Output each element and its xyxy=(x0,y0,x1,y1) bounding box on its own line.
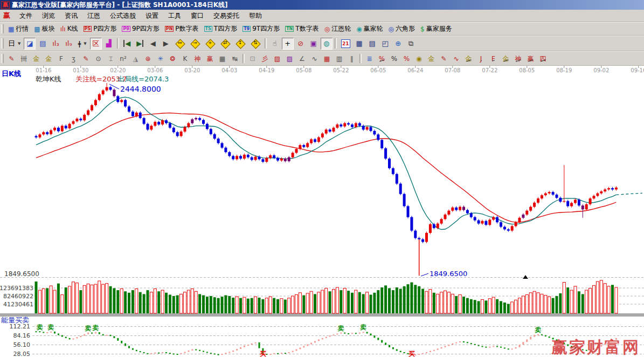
notes-button[interactable]: ▤ xyxy=(366,38,378,50)
web-chart-button[interactable]: ⊕ xyxy=(392,38,404,50)
expand-horizontal-button[interactable]: ↔ xyxy=(173,38,187,50)
expand-vertical-button[interactable]: ↕ xyxy=(233,38,247,50)
j-angle-tool[interactable]: J xyxy=(475,53,487,64)
intraday-color-button[interactable]: ▟ xyxy=(103,38,115,50)
menu-gann[interactable]: 江恩 xyxy=(82,11,105,20)
gold-level-tool[interactable]: 金 xyxy=(426,53,437,64)
t-table-button[interactable]: TNT数字表 xyxy=(283,23,321,35)
k-quote-tool[interactable]: K xyxy=(179,53,191,64)
pattern-tool-button[interactable]: ▣ xyxy=(308,38,320,50)
pencil2-tool[interactable]: ✎ xyxy=(80,53,92,64)
menu-trade[interactable]: 交易委托 xyxy=(209,11,244,20)
t-square-button[interactable]: TST四方形 xyxy=(202,23,240,35)
number-grid-tool[interactable]: ▦ xyxy=(217,53,228,64)
candle-style-button[interactable]: ǂ▼ xyxy=(75,38,88,50)
menu-help[interactable]: 帮助 xyxy=(244,11,267,20)
expand-all-button[interactable]: + xyxy=(203,38,217,50)
block-grid2-tool[interactable]: ▥ xyxy=(334,53,345,64)
go-last-button[interactable]: ▶ xyxy=(134,38,146,50)
compress-horizontal-button[interactable]: ⇄ xyxy=(218,38,232,50)
thumbnail-chart-button[interactable]: ◪ xyxy=(24,38,36,50)
chart-canvas[interactable]: 01-1601-3002-2003-0603-2004-0304-1905-08… xyxy=(0,66,644,357)
buy-mark: 买 xyxy=(260,350,266,357)
next-bar-button[interactable]: ▶ xyxy=(160,38,172,50)
red-block-grid-tool[interactable]: ▦ xyxy=(321,53,333,64)
zoom-off-icon: ⊘ xyxy=(297,40,303,47)
angle-tool[interactable]: ∠ xyxy=(296,53,308,64)
p-table-button[interactable]: PNP数字表 xyxy=(163,23,201,35)
kline-button[interactable]: ılıK线 xyxy=(58,23,80,35)
menu-formula-picker[interactable]: 公式选股 xyxy=(105,11,141,20)
box-tool[interactable]: ⊡ xyxy=(247,53,258,64)
period-day-button[interactable]: 日▼ xyxy=(6,38,23,50)
step-lines-tool[interactable]: ≣ xyxy=(364,53,375,64)
spiral-tool[interactable]: ʒ xyxy=(68,53,79,64)
quotes-button[interactable]: ▦行情 xyxy=(6,23,31,35)
menu-tools[interactable]: 工具 xyxy=(163,11,186,20)
red-grid-tool[interactable]: ▨ xyxy=(272,53,283,64)
gold-line-tool[interactable]: 金 xyxy=(463,53,474,64)
wave-a-tool[interactable]: ∿ xyxy=(451,53,462,64)
shen-tool[interactable]: 神 xyxy=(192,53,203,64)
percent-level-tool[interactable]: % xyxy=(401,53,412,64)
prev-bar-button[interactable]: ◀ xyxy=(147,38,159,50)
sectors-button[interactable]: ▩板块 xyxy=(32,23,57,35)
menu-window[interactable]: 窗口 xyxy=(186,11,209,20)
gold-ratio-tool[interactable]: 金 xyxy=(31,53,42,64)
hexagon-button[interactable]: ◎六角形 xyxy=(386,23,417,35)
calendar-button[interactable]: 21 xyxy=(339,38,352,50)
grid-lines-tool[interactable]: 卌 xyxy=(18,53,30,64)
wave-tool[interactable]: ∿ xyxy=(309,53,320,64)
n2-cycle-tool[interactable]: n² xyxy=(117,53,129,64)
menu-settings[interactable]: 设置 xyxy=(141,11,163,20)
circle-cycle-tool[interactable]: ⊙ xyxy=(93,53,104,64)
qiankun-kline-button[interactable]: 区 xyxy=(90,38,102,50)
fan-lines-tool[interactable]: 彡 xyxy=(259,53,271,64)
menu-file[interactable]: 文件 xyxy=(15,11,37,20)
wave3-button[interactable]: ıl₃ xyxy=(50,38,61,50)
9t-square-button[interactable]: T99T四方形 xyxy=(240,23,282,35)
parallel-lines-tool[interactable]: ∥ xyxy=(346,53,357,64)
9p-square-button[interactable]: P99P四方形 xyxy=(120,23,161,35)
gold-ratio2-tool[interactable]: 金 xyxy=(43,53,54,64)
wave9-button[interactable]: ıl₉ xyxy=(63,38,74,50)
mirror-angle-tool[interactable]: ◮ xyxy=(130,53,141,64)
crosshair-button[interactable]: + xyxy=(282,38,294,50)
purple-grid-tool[interactable]: ▨ xyxy=(284,53,295,64)
hand-tool-button[interactable]: ☝ xyxy=(269,38,281,50)
gold-circle-tool[interactable]: ◉ xyxy=(413,53,425,64)
ying-tool[interactable]: 赢 xyxy=(204,53,216,64)
ying-angle-tool[interactable]: 赢 xyxy=(525,53,536,64)
menu-news[interactable]: 资讯 xyxy=(60,11,82,20)
percent-slash-tool[interactable]: % xyxy=(376,53,387,64)
save-button[interactable]: ◰ xyxy=(379,38,391,50)
p-square-button[interactable]: PSP四方形 xyxy=(81,23,119,35)
width-measure-tool[interactable]: ↹ xyxy=(229,53,240,64)
blue-star-tool[interactable]: ✳ xyxy=(155,53,166,64)
shift-right-button[interactable]: → xyxy=(188,38,202,50)
print-button[interactable]: ⧉ xyxy=(405,38,417,50)
brush-tool[interactable]: ✎ xyxy=(438,53,449,64)
target-cross-tool[interactable]: ⊕ xyxy=(142,53,154,64)
percent-tool[interactable]: % xyxy=(389,53,400,64)
web-star-tool[interactable]: ❂ xyxy=(167,53,178,64)
map-tool-button[interactable]: ◍ xyxy=(321,38,333,50)
compress-vertical-button[interactable]: ⇅ xyxy=(248,38,262,50)
go-first-button[interactable]: ◀ xyxy=(121,38,133,50)
f-angle-tool[interactable]: F xyxy=(488,53,499,64)
gold-angle-tool[interactable]: 金 xyxy=(500,53,511,64)
button-label: T数字表 xyxy=(295,24,318,33)
chart-area[interactable]: 01-1601-3002-2003-0603-2004-0304-1905-08… xyxy=(0,66,644,357)
ruler-tool[interactable]: ⌶ xyxy=(105,53,116,64)
shen-angle-tool[interactable]: 神 xyxy=(513,53,524,64)
gann-wheel-button[interactable]: ◎江恩轮 xyxy=(322,23,353,35)
zoom-off-button[interactable]: ⊘ xyxy=(295,38,307,50)
info-panel-button[interactable]: ▤ xyxy=(37,38,49,50)
pencil-tool[interactable]: ✎ xyxy=(6,53,17,64)
winner-service-button[interactable]: $赢家服务 xyxy=(418,23,454,35)
fibonacci-tool[interactable]: F xyxy=(56,53,67,64)
calculator-button[interactable]: ▦ xyxy=(354,38,365,50)
winner-wheel-button[interactable]: ◉赢家轮 xyxy=(354,23,385,35)
si-angle-tool[interactable]: 四 xyxy=(537,53,549,64)
menu-browse[interactable]: 浏览 xyxy=(37,11,60,20)
